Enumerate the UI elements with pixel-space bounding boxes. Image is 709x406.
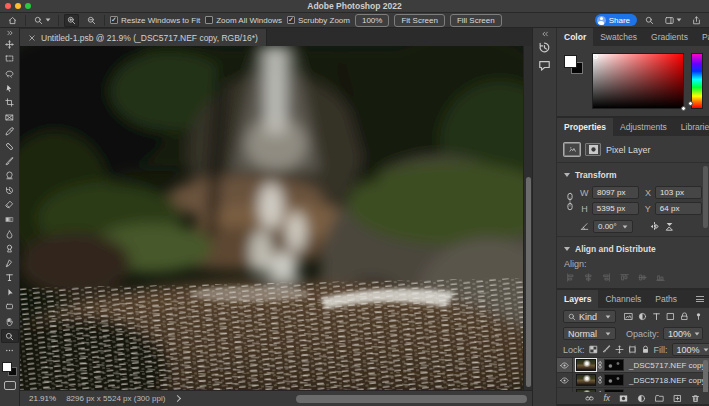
lock-position-icon[interactable] <box>615 345 624 354</box>
layer-name[interactable]: _DSC5719.NEF copy <box>629 391 705 393</box>
foreground-color-swatch[interactable] <box>2 362 12 372</box>
zoom-in-button[interactable] <box>64 14 79 27</box>
search-icon[interactable] <box>642 14 657 27</box>
eraser-tool[interactable] <box>1 198 19 213</box>
tab-paths[interactable]: Paths <box>648 290 684 308</box>
tab-color[interactable]: Color <box>557 28 593 46</box>
layer-row[interactable]: _DSC5718.NEF copy <box>557 373 709 388</box>
object-selection-tool[interactable] <box>1 81 19 96</box>
layer-mask-icon[interactable] <box>585 143 601 156</box>
type-tool[interactable] <box>1 271 19 286</box>
layer-mask-thumbnail[interactable] <box>604 359 624 371</box>
eyedropper-tool[interactable] <box>1 125 19 140</box>
photo-waterfall[interactable] <box>20 46 523 390</box>
zoom-all-windows-checkbox[interactable]: Zoom All Windows <box>205 16 282 25</box>
path-selection-tool[interactable] <box>1 285 19 300</box>
layer-mask-thumbnail[interactable] <box>604 389 624 392</box>
document-tab[interactable]: Untitled-1.psb @ 21.9% (_DSC5717.NEF cop… <box>20 29 267 46</box>
align-section-header[interactable]: Align and Distribute <box>564 240 702 257</box>
workspace-switcher-icon[interactable] <box>662 14 684 27</box>
brush-tool[interactable] <box>1 154 19 169</box>
lock-artboard-icon[interactable] <box>628 345 637 354</box>
tab-swatches[interactable]: Swatches <box>593 28 644 46</box>
width-field[interactable]: 8097 px <box>592 186 639 199</box>
flip-horizontal-icon[interactable] <box>649 221 660 232</box>
dodge-tool[interactable] <box>1 241 19 256</box>
new-group-icon[interactable] <box>655 394 664 403</box>
rectangular-marquee-tool[interactable] <box>1 52 19 67</box>
hue-slider[interactable] <box>691 53 703 109</box>
close-window-button[interactable] <box>5 3 11 9</box>
close-icon[interactable] <box>28 34 36 42</box>
tab-adjustments[interactable]: Adjustments <box>613 118 674 136</box>
filter-pixel-layers-icon[interactable] <box>624 312 633 321</box>
home-icon[interactable] <box>5 14 20 27</box>
angle-field[interactable]: 0.00° <box>593 220 633 233</box>
edit-toolbar-icon[interactable] <box>1 343 19 358</box>
delete-layer-icon[interactable] <box>691 394 700 403</box>
filter-toggle-icon[interactable] <box>694 312 703 321</box>
status-menu-chevron-icon[interactable] <box>174 395 181 402</box>
layer-thumbnail[interactable] <box>576 359 596 371</box>
lasso-tool[interactable] <box>1 66 19 81</box>
scrubby-zoom-checkbox[interactable]: ✓ Scrubby Zoom <box>287 16 350 25</box>
history-panel-icon[interactable] <box>533 38 556 56</box>
vertical-scrollbar-thumb[interactable] <box>526 177 531 387</box>
panel-menu-icon[interactable] <box>696 290 709 308</box>
height-field[interactable]: 5395 px <box>592 202 639 215</box>
filter-smart-objects-icon[interactable] <box>680 312 689 321</box>
zoom-tool[interactable] <box>1 329 19 344</box>
minimize-window-button[interactable] <box>15 3 21 9</box>
crop-tool[interactable] <box>1 95 19 110</box>
layer-thumbnail[interactable] <box>576 374 596 386</box>
tab-properties[interactable]: Properties <box>557 118 613 136</box>
visibility-eye-icon[interactable] <box>557 373 573 387</box>
blend-mode-dropdown[interactable]: Normal <box>563 327 616 340</box>
lock-all-icon[interactable] <box>641 345 650 354</box>
tab-channels[interactable]: Channels <box>598 290 648 308</box>
layer-row[interactable]: _DSC5717.NEF copy <box>557 358 709 373</box>
y-field[interactable]: 64 px <box>655 202 702 215</box>
hand-tool[interactable] <box>1 314 19 329</box>
flip-vertical-icon[interactable] <box>664 221 675 232</box>
opacity-dropdown[interactable]: 100% <box>663 327 703 340</box>
status-zoom-field[interactable]: 21.91% <box>29 394 56 403</box>
healing-brush-tool[interactable] <box>1 139 19 154</box>
layer-row[interactable]: _DSC5719.NEF copy <box>557 388 709 392</box>
saturation-brightness-field[interactable] <box>592 53 684 109</box>
layers-scrollbar-thumb[interactable] <box>703 360 708 392</box>
visibility-eye-icon[interactable] <box>557 358 573 372</box>
properties-scrollbar-thumb[interactable] <box>703 166 708 228</box>
layer-thumbnail-icon[interactable] <box>564 143 580 156</box>
gradient-tool[interactable] <box>1 212 19 227</box>
canvas[interactable] <box>20 46 532 390</box>
layer-effects-icon[interactable]: fx <box>603 393 610 403</box>
color-picker-marker[interactable] <box>593 54 598 59</box>
pen-tool[interactable] <box>1 256 19 271</box>
share-button[interactable]: Share <box>595 14 637 26</box>
transform-section-header[interactable]: Transform <box>564 166 702 183</box>
link-layers-icon[interactable] <box>585 394 594 403</box>
layer-name[interactable]: _DSC5717.NEF copy <box>629 361 705 370</box>
tab-patterns[interactable]: Patterns <box>695 28 709 46</box>
layer-mask-thumbnail[interactable] <box>604 374 624 386</box>
x-field[interactable]: 103 px <box>655 186 702 199</box>
tab-gradients[interactable]: Gradients <box>644 28 695 46</box>
filter-type-layers-icon[interactable] <box>652 312 661 321</box>
layer-name[interactable]: _DSC5718.NEF copy <box>629 376 705 385</box>
mask-link-icon[interactable] <box>596 376 604 384</box>
link-dimensions-icon[interactable] <box>565 192 575 212</box>
share-export-icon[interactable] <box>689 14 704 27</box>
hue-slider-marker[interactable] <box>688 101 693 106</box>
collapse-dock-icon[interactable] <box>533 30 556 38</box>
tab-libraries[interactable]: Libraries <box>674 118 709 136</box>
filter-adjustment-layers-icon[interactable] <box>638 312 647 321</box>
adjustment-layer-icon[interactable] <box>637 394 646 403</box>
filter-kind-dropdown[interactable]: Kind <box>563 310 616 323</box>
foreground-background-colors[interactable] <box>564 53 585 109</box>
mask-link-icon[interactable] <box>596 391 604 392</box>
foreground-background-colors[interactable] <box>2 360 18 376</box>
fill-screen-button[interactable]: Fill Screen <box>450 14 502 27</box>
foreground-color-swatch[interactable] <box>564 55 577 68</box>
zoom-window-button[interactable] <box>25 3 31 9</box>
